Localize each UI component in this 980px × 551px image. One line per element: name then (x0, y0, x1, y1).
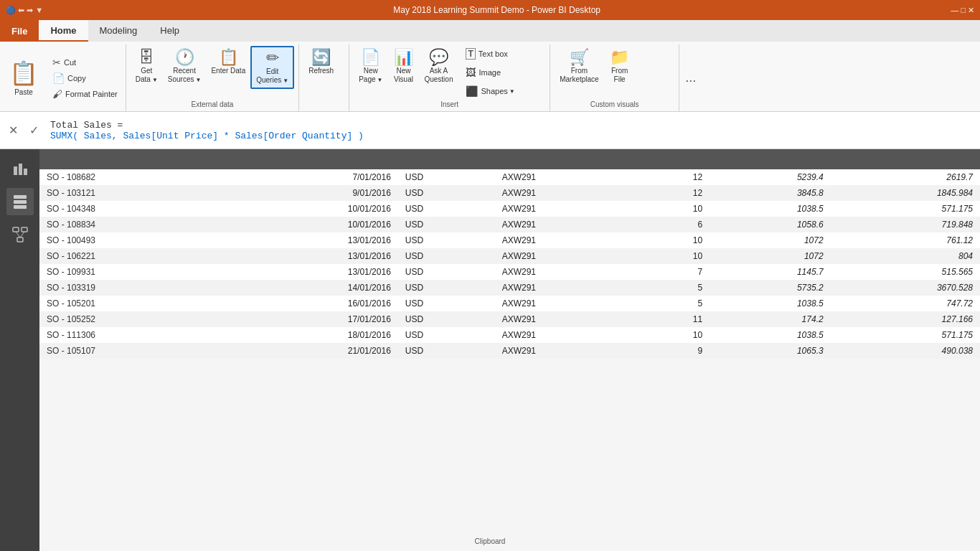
table-cell-4-4: 10 (639, 232, 710, 248)
from-file-button[interactable]: 📁 FromFile (604, 46, 636, 88)
table-cell-6-6: 515.565 (831, 264, 980, 280)
new-visual-button[interactable]: 📊 NewVisual (387, 46, 419, 88)
external-data-group: 🗄 GetData▼ 🕐 RecentSources▼ 📋 Enter Data… (126, 44, 299, 111)
new-page-button[interactable]: 📄 NewPage▼ (354, 46, 387, 88)
table-cell-6-5: 1145.7 (710, 264, 831, 280)
table-row[interactable]: SO - 1086827/01/2016USDAXW291125239.4261… (39, 169, 980, 185)
shapes-button[interactable]: ⬛ Shapes ▼ (461, 83, 519, 99)
shapes-icon: ⬛ (466, 85, 478, 97)
table-cell-6-3: AXW291 (495, 264, 639, 280)
table-cell-1-0: SO - 103121 (39, 185, 227, 201)
table-row[interactable]: SO - 11130618/01/2016USDAXW291101038.557… (39, 327, 980, 343)
edit-queries-icon: ✏ (266, 50, 279, 66)
table-cell-9-0: SO - 105252 (39, 311, 227, 327)
table-cell-0-1: 7/01/2016 (227, 169, 398, 185)
table-row[interactable]: SO - 10993113/01/2016USDAXW29171145.7515… (39, 264, 980, 280)
formula-cancel-icon[interactable]: ✕ (6, 122, 21, 138)
table-cell-2-4: 10 (639, 201, 710, 217)
insert-group: 📄 NewPage▼ 📊 NewVisual 💬 Ask AQuestion T… (349, 44, 550, 111)
cut-button[interactable]: ✂ Cut (47, 55, 123, 70)
sidebar-model-icon[interactable] (6, 221, 34, 248)
paste-button[interactable]: 📋 Paste (3, 46, 44, 110)
copy-icon: 📄 (52, 72, 65, 84)
refresh-group-label (302, 107, 346, 111)
enter-data-button[interactable]: 📋 Enter Data (206, 46, 250, 79)
table-cell-2-6: 571.175 (831, 201, 980, 217)
table-row[interactable]: SO - 10049313/01/2016USDAXW291101072761.… (39, 232, 980, 248)
table-cell-6-2: USD (398, 264, 495, 280)
table-cell-5-6: 804 (831, 248, 980, 264)
table-row[interactable]: SO - 10434810/01/2016USDAXW291101038.557… (39, 201, 980, 217)
table-cell-9-1: 17/01/2016 (227, 311, 398, 327)
text-box-icon: T (466, 48, 475, 60)
table-cell-1-2: USD (398, 185, 495, 201)
table-cell-11-2: USD (398, 343, 495, 359)
custom-visuals-items: 🛒 FromMarketplace 📁 FromFile (553, 44, 676, 99)
table-cell-0-3: AXW291 (495, 169, 639, 185)
table-cell-8-1: 16/01/2016 (227, 296, 398, 311)
table-cell-3-3: AXW291 (495, 217, 639, 232)
table-cell-0-6: 2619.7 (831, 169, 980, 185)
custom-visuals-label: Custom visuals (553, 99, 676, 111)
recent-sources-label: RecentSources▼ (168, 67, 202, 84)
table-cell-1-5: 3845.8 (710, 185, 831, 201)
table-cell-7-4: 5 (639, 280, 710, 296)
table-cell-4-1: 13/01/2016 (227, 232, 398, 248)
sidebar-data-icon[interactable] (6, 188, 34, 215)
table-cell-5-1: 13/01/2016 (227, 248, 398, 264)
insert-items: 📄 NewPage▼ 📊 NewVisual 💬 Ask AQuestion T… (352, 44, 547, 99)
image-button[interactable]: 🖼 Image (461, 65, 519, 80)
table-row[interactable]: SO - 10510721/01/2016USDAXW29191065.3490… (39, 343, 980, 359)
table-cell-10-0: SO - 111306 (39, 327, 227, 343)
table-cell-11-3: AXW291 (495, 343, 639, 359)
table-cell-10-4: 10 (639, 327, 710, 343)
clipboard-label: Clipboard (0, 536, 980, 548)
refresh-button[interactable]: 🔄 Refresh (303, 46, 339, 79)
text-box-button[interactable]: T Text box (461, 46, 519, 62)
refresh-items: 🔄 Refresh (302, 44, 346, 107)
left-sidebar (0, 149, 39, 551)
table-cell-0-4: 12 (639, 169, 710, 185)
table-cell-1-4: 12 (639, 185, 710, 201)
tab-help[interactable]: Help (149, 20, 191, 42)
formula-line1: Total Sales = (50, 120, 974, 131)
table-cell-7-2: USD (398, 280, 495, 296)
table-cell-5-4: 10 (639, 248, 710, 264)
table-cell-6-1: 13/01/2016 (227, 264, 398, 280)
svg-rect-2 (24, 169, 27, 175)
refresh-icon: 🔄 (311, 50, 331, 65)
tab-home[interactable]: Home (39, 20, 88, 42)
table-cell-2-0: SO - 104348 (39, 201, 227, 217)
table-cell-11-4: 9 (639, 343, 710, 359)
table-cell-4-5: 1072 (710, 232, 831, 248)
formula-confirm-icon[interactable]: ✓ (27, 122, 42, 138)
table-row[interactable]: SO - 10520116/01/2016USDAXW29151038.5747… (39, 296, 980, 311)
format-painter-button[interactable]: 🖌 Format Painter (47, 86, 123, 102)
tab-modeling[interactable]: Modeling (88, 20, 149, 42)
tab-file[interactable]: File (0, 20, 39, 42)
table-cell-3-4: 6 (639, 217, 710, 232)
edit-queries-button[interactable]: ✏ EditQueries▼ (250, 46, 294, 89)
table-row[interactable]: SO - 1031219/01/2016USDAXW291123845.8184… (39, 185, 980, 201)
table-cell-10-3: AXW291 (495, 327, 639, 343)
table-row[interactable]: SO - 10525217/01/2016USDAXW29111174.2127… (39, 311, 980, 327)
ask-question-button[interactable]: 💬 Ask AQuestion (419, 46, 458, 88)
recent-sources-button[interactable]: 🕐 RecentSources▼ (163, 46, 207, 88)
table-row[interactable]: SO - 10883410/01/2016USDAXW29161058.6719… (39, 217, 980, 232)
sidebar-report-icon[interactable] (6, 155, 34, 182)
table-cell-3-5: 1058.6 (710, 217, 831, 232)
title-bar: 🔵 ⬅ ➡ ▼ May 2018 Learning Summit Demo - … (0, 0, 980, 20)
table-cell-3-1: 10/01/2016 (227, 217, 398, 232)
table-cell-10-2: USD (398, 327, 495, 343)
svg-line-9 (16, 232, 20, 237)
table-row[interactable]: SO - 10331914/01/2016USDAXW29155735.2367… (39, 280, 980, 296)
from-marketplace-button[interactable]: 🛒 FromMarketplace (555, 46, 603, 88)
table-cell-7-0: SO - 103319 (39, 280, 227, 296)
table-cell-11-1: 21/01/2016 (227, 343, 398, 359)
table-row[interactable]: SO - 10622113/01/2016USDAXW291101072804 (39, 248, 980, 264)
copy-button[interactable]: 📄 Copy (47, 70, 123, 86)
table-cell-4-6: 761.12 (831, 232, 980, 248)
image-icon: 🖼 (466, 67, 476, 78)
window-title: May 2018 Learning Summit Demo - Power BI… (43, 5, 951, 15)
get-data-button[interactable]: 🗄 GetData▼ (131, 46, 163, 88)
